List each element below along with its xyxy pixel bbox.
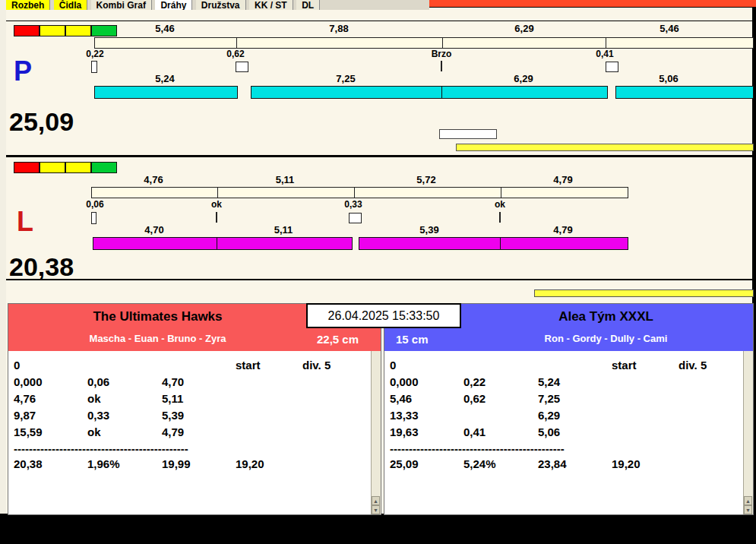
table-cell: 0,33 xyxy=(87,409,109,422)
scrollbar[interactable]: ▲ ▼ xyxy=(371,351,381,514)
change-mark: 0,06 xyxy=(65,199,125,210)
mark-indicator-box[interactable] xyxy=(349,213,362,223)
scale-tick xyxy=(354,188,355,198)
top-orange-strip xyxy=(429,0,756,7)
table-cell: 25,09 xyxy=(390,457,419,470)
scroll-up-icon[interactable]: ▲ xyxy=(744,496,752,505)
segment-bar xyxy=(359,237,502,250)
start-light-yellow1 xyxy=(40,25,65,36)
tab-kk-st[interactable]: KK / ST xyxy=(249,0,293,10)
table-cell: 5,39 xyxy=(162,409,184,422)
table-header-row: 0 start div. 5 xyxy=(8,359,372,375)
split-time: 5,72 xyxy=(396,174,457,185)
team-right-distance: 15 cm xyxy=(396,333,457,346)
divider-line xyxy=(6,279,752,280)
table-cell: 6,29 xyxy=(538,409,560,422)
mark-indicator-line xyxy=(216,212,217,223)
change-mark: 0,41 xyxy=(574,49,635,59)
table-row: 15,59ok4,79 xyxy=(8,425,372,442)
scroll-down-icon[interactable]: ▼ xyxy=(744,505,752,514)
change-mark: Brzo xyxy=(411,49,472,59)
mark-indicator-line xyxy=(441,61,442,71)
divider-line xyxy=(6,21,752,21)
table-cell: 15,59 xyxy=(14,425,43,438)
table-cell: 1,96% xyxy=(87,457,120,470)
segment-bar xyxy=(251,86,444,99)
left-gutter xyxy=(0,0,6,514)
change-mark: 0,62 xyxy=(205,49,266,59)
scale-tick xyxy=(606,38,606,48)
mark-indicator-thin xyxy=(91,61,97,73)
scale-tick xyxy=(442,38,443,48)
split-time: 6,29 xyxy=(494,23,555,34)
change-mark: ok xyxy=(186,199,247,210)
lane-l-label: L xyxy=(17,208,33,236)
app-window: Rozbeh Čidla Kombi Graf Dráhy Družstva K… xyxy=(0,0,756,544)
scrollbar[interactable]: ▲ ▼ xyxy=(743,351,753,514)
table-cell: start xyxy=(612,359,637,372)
split-time: 5,11 xyxy=(255,174,315,185)
team-right-name: Alea Tým XXXL xyxy=(460,309,751,324)
timestamp-box: 26.04.2025 15:33:50 xyxy=(306,303,461,328)
lane-p-total: 25,09 xyxy=(9,109,74,134)
segment-time: 4,79 xyxy=(533,224,593,236)
segment-bar xyxy=(441,86,608,99)
segment-time: 5,11 xyxy=(253,224,314,236)
change-mark: ok xyxy=(470,199,530,210)
table-cell: div. 5 xyxy=(679,359,707,372)
start-light-green xyxy=(91,25,117,36)
team-left-members: Mascha - Euan - Bruno - Zyra xyxy=(8,333,307,344)
scale-tick xyxy=(236,38,237,48)
scale-tick xyxy=(501,188,501,198)
split-time: 7,88 xyxy=(308,23,369,34)
table-cell: start xyxy=(236,359,261,372)
separator-text: ----------------------------------------… xyxy=(390,442,565,455)
table-cell: 19,20 xyxy=(612,457,641,470)
start-light-yellow2 xyxy=(65,25,91,36)
tab-kombi-graf[interactable]: Kombi Graf xyxy=(91,0,152,10)
table-cell: 0,000 xyxy=(14,375,43,388)
scroll-down-icon[interactable]: ▼ xyxy=(372,505,380,514)
split-time: 4,76 xyxy=(123,174,184,185)
split-time: 4,79 xyxy=(533,174,593,185)
table-cell: div. 5 xyxy=(302,359,331,372)
start-light-green xyxy=(91,162,117,173)
divider-line xyxy=(6,155,752,157)
start-light-red xyxy=(14,162,40,173)
tab-bar: Rozbeh Čidla Kombi Graf Dráhy Družstva K… xyxy=(6,0,429,10)
mark-indicator-box[interactable] xyxy=(606,62,618,72)
time-scale-bar xyxy=(94,37,754,49)
lane-l-total: 20,38 xyxy=(9,254,74,280)
team-right-table: 0 start div. 5 0,0000,225,245,460,627,25… xyxy=(384,351,744,514)
table-row: 9,870,335,39 xyxy=(8,409,372,425)
tab-rozbeh[interactable]: Rozbeh xyxy=(6,0,50,10)
tab-drahy[interactable]: Dráhy xyxy=(155,0,192,10)
mark-indicator-line xyxy=(499,212,501,223)
tab-dl[interactable]: DL xyxy=(296,0,320,10)
segment-bar xyxy=(217,237,353,250)
table-separator: ----------------------------------------… xyxy=(384,442,744,457)
table-cell: 4,79 xyxy=(162,425,184,438)
start-light-red xyxy=(14,25,40,36)
segment-time: 5,06 xyxy=(638,73,699,84)
table-row: 13,336,29 xyxy=(384,409,744,425)
table-cell: 19,63 xyxy=(390,425,419,438)
scroll-up-icon[interactable]: ▲ xyxy=(372,496,380,505)
tab-druzstva[interactable]: Družstva xyxy=(196,0,246,10)
table-cell: 9,87 xyxy=(14,409,36,422)
mark-indicator-box[interactable] xyxy=(236,62,248,72)
team-right-panel: Alea Tým XXXL Ron - Gordy - Dully - Cami… xyxy=(384,303,754,515)
table-row: 19,630,415,06 xyxy=(384,425,744,442)
tab-cidla[interactable]: Čidla xyxy=(54,0,87,10)
table-row: 4,76ok5,11 xyxy=(8,392,372,409)
progress-bar-yellow xyxy=(456,144,754,151)
table-cell: ok xyxy=(87,392,101,405)
segment-time: 5,24 xyxy=(134,73,195,84)
table-cell: 0,000 xyxy=(390,375,419,388)
table-row: 5,460,627,25 xyxy=(384,392,744,409)
table-cell: 4,76 xyxy=(14,392,36,405)
table-cell: 0,22 xyxy=(463,375,486,388)
split-time: 5,46 xyxy=(134,23,195,34)
team-right-members: Ron - Gordy - Dully - Cami xyxy=(460,333,751,344)
table-header-row: 0 start div. 5 xyxy=(384,359,744,375)
